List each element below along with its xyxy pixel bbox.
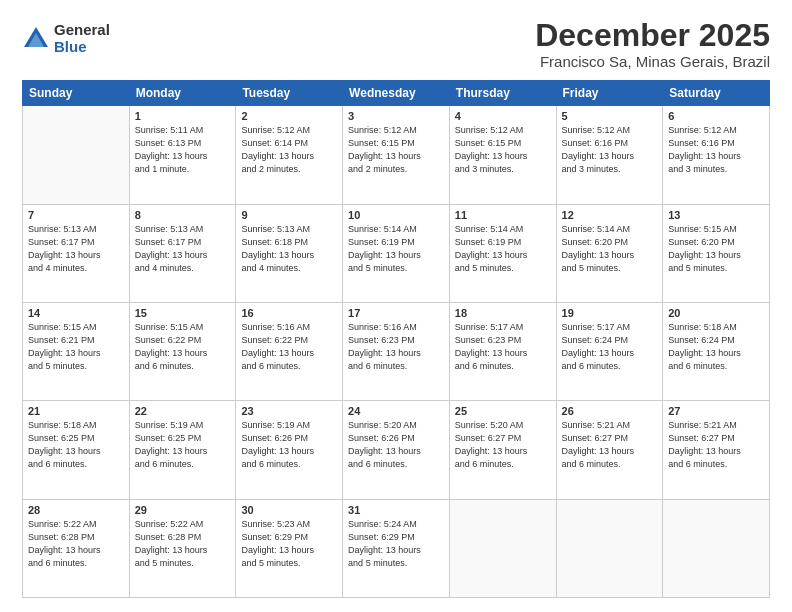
table-row: 2Sunrise: 5:12 AM Sunset: 6:14 PM Daylig… (236, 106, 343, 204)
day-number: 26 (562, 405, 658, 417)
table-row: 6Sunrise: 5:12 AM Sunset: 6:16 PM Daylig… (663, 106, 770, 204)
day-info: Sunrise: 5:11 AM Sunset: 6:13 PM Dayligh… (135, 124, 231, 176)
col-saturday: Saturday (663, 81, 770, 106)
day-info: Sunrise: 5:22 AM Sunset: 6:28 PM Dayligh… (135, 518, 231, 570)
col-monday: Monday (129, 81, 236, 106)
day-info: Sunrise: 5:16 AM Sunset: 6:22 PM Dayligh… (241, 321, 337, 373)
calendar-body: 1Sunrise: 5:11 AM Sunset: 6:13 PM Daylig… (23, 106, 770, 598)
day-info: Sunrise: 5:24 AM Sunset: 6:29 PM Dayligh… (348, 518, 444, 570)
table-row: 17Sunrise: 5:16 AM Sunset: 6:23 PM Dayli… (343, 302, 450, 400)
day-number: 10 (348, 209, 444, 221)
table-row: 23Sunrise: 5:19 AM Sunset: 6:26 PM Dayli… (236, 401, 343, 499)
col-wednesday: Wednesday (343, 81, 450, 106)
day-info: Sunrise: 5:13 AM Sunset: 6:17 PM Dayligh… (135, 223, 231, 275)
table-row: 26Sunrise: 5:21 AM Sunset: 6:27 PM Dayli… (556, 401, 663, 499)
calendar-header: Sunday Monday Tuesday Wednesday Thursday… (23, 81, 770, 106)
calendar-table: Sunday Monday Tuesday Wednesday Thursday… (22, 80, 770, 598)
table-row: 31Sunrise: 5:24 AM Sunset: 6:29 PM Dayli… (343, 499, 450, 597)
day-number: 30 (241, 504, 337, 516)
day-number: 5 (562, 110, 658, 122)
day-number: 17 (348, 307, 444, 319)
day-number: 27 (668, 405, 764, 417)
table-row: 25Sunrise: 5:20 AM Sunset: 6:27 PM Dayli… (449, 401, 556, 499)
day-number: 20 (668, 307, 764, 319)
day-number: 15 (135, 307, 231, 319)
day-info: Sunrise: 5:12 AM Sunset: 6:15 PM Dayligh… (455, 124, 551, 176)
day-info: Sunrise: 5:16 AM Sunset: 6:23 PM Dayligh… (348, 321, 444, 373)
col-friday: Friday (556, 81, 663, 106)
day-info: Sunrise: 5:12 AM Sunset: 6:16 PM Dayligh… (562, 124, 658, 176)
logo: General Blue (22, 22, 110, 55)
day-info: Sunrise: 5:21 AM Sunset: 6:27 PM Dayligh… (562, 419, 658, 471)
day-info: Sunrise: 5:14 AM Sunset: 6:20 PM Dayligh… (562, 223, 658, 275)
day-number: 13 (668, 209, 764, 221)
table-row: 1Sunrise: 5:11 AM Sunset: 6:13 PM Daylig… (129, 106, 236, 204)
day-number: 11 (455, 209, 551, 221)
day-number: 18 (455, 307, 551, 319)
logo-general: General (54, 22, 110, 39)
table-row: 28Sunrise: 5:22 AM Sunset: 6:28 PM Dayli… (23, 499, 130, 597)
day-number: 19 (562, 307, 658, 319)
table-row: 10Sunrise: 5:14 AM Sunset: 6:19 PM Dayli… (343, 204, 450, 302)
day-info: Sunrise: 5:17 AM Sunset: 6:24 PM Dayligh… (562, 321, 658, 373)
day-number: 23 (241, 405, 337, 417)
table-row: 12Sunrise: 5:14 AM Sunset: 6:20 PM Dayli… (556, 204, 663, 302)
day-info: Sunrise: 5:15 AM Sunset: 6:21 PM Dayligh… (28, 321, 124, 373)
day-info: Sunrise: 5:19 AM Sunset: 6:26 PM Dayligh… (241, 419, 337, 471)
table-row: 11Sunrise: 5:14 AM Sunset: 6:19 PM Dayli… (449, 204, 556, 302)
day-info: Sunrise: 5:15 AM Sunset: 6:20 PM Dayligh… (668, 223, 764, 275)
location: Francisco Sa, Minas Gerais, Brazil (535, 53, 770, 70)
day-number: 1 (135, 110, 231, 122)
table-row: 13Sunrise: 5:15 AM Sunset: 6:20 PM Dayli… (663, 204, 770, 302)
table-row: 22Sunrise: 5:19 AM Sunset: 6:25 PM Dayli… (129, 401, 236, 499)
day-number: 9 (241, 209, 337, 221)
day-number: 4 (455, 110, 551, 122)
day-number: 12 (562, 209, 658, 221)
day-info: Sunrise: 5:21 AM Sunset: 6:27 PM Dayligh… (668, 419, 764, 471)
table-row: 15Sunrise: 5:15 AM Sunset: 6:22 PM Dayli… (129, 302, 236, 400)
day-info: Sunrise: 5:20 AM Sunset: 6:26 PM Dayligh… (348, 419, 444, 471)
day-info: Sunrise: 5:15 AM Sunset: 6:22 PM Dayligh… (135, 321, 231, 373)
table-row: 8Sunrise: 5:13 AM Sunset: 6:17 PM Daylig… (129, 204, 236, 302)
day-number: 22 (135, 405, 231, 417)
day-info: Sunrise: 5:22 AM Sunset: 6:28 PM Dayligh… (28, 518, 124, 570)
table-row: 24Sunrise: 5:20 AM Sunset: 6:26 PM Dayli… (343, 401, 450, 499)
day-info: Sunrise: 5:12 AM Sunset: 6:16 PM Dayligh… (668, 124, 764, 176)
table-row: 20Sunrise: 5:18 AM Sunset: 6:24 PM Dayli… (663, 302, 770, 400)
day-number: 28 (28, 504, 124, 516)
day-info: Sunrise: 5:14 AM Sunset: 6:19 PM Dayligh… (348, 223, 444, 275)
day-info: Sunrise: 5:19 AM Sunset: 6:25 PM Dayligh… (135, 419, 231, 471)
day-number: 2 (241, 110, 337, 122)
day-number: 16 (241, 307, 337, 319)
day-info: Sunrise: 5:12 AM Sunset: 6:15 PM Dayligh… (348, 124, 444, 176)
day-info: Sunrise: 5:18 AM Sunset: 6:25 PM Dayligh… (28, 419, 124, 471)
table-row: 29Sunrise: 5:22 AM Sunset: 6:28 PM Dayli… (129, 499, 236, 597)
day-number: 7 (28, 209, 124, 221)
title-block: December 2025 Francisco Sa, Minas Gerais… (535, 18, 770, 70)
day-info: Sunrise: 5:18 AM Sunset: 6:24 PM Dayligh… (668, 321, 764, 373)
col-sunday: Sunday (23, 81, 130, 106)
table-row (449, 499, 556, 597)
day-number: 29 (135, 504, 231, 516)
day-info: Sunrise: 5:13 AM Sunset: 6:18 PM Dayligh… (241, 223, 337, 275)
table-row: 27Sunrise: 5:21 AM Sunset: 6:27 PM Dayli… (663, 401, 770, 499)
table-row: 19Sunrise: 5:17 AM Sunset: 6:24 PM Dayli… (556, 302, 663, 400)
table-row: 21Sunrise: 5:18 AM Sunset: 6:25 PM Dayli… (23, 401, 130, 499)
col-thursday: Thursday (449, 81, 556, 106)
header-row: Sunday Monday Tuesday Wednesday Thursday… (23, 81, 770, 106)
day-info: Sunrise: 5:13 AM Sunset: 6:17 PM Dayligh… (28, 223, 124, 275)
table-row: 5Sunrise: 5:12 AM Sunset: 6:16 PM Daylig… (556, 106, 663, 204)
table-row (556, 499, 663, 597)
table-row: 7Sunrise: 5:13 AM Sunset: 6:17 PM Daylig… (23, 204, 130, 302)
day-number: 3 (348, 110, 444, 122)
table-row (663, 499, 770, 597)
col-tuesday: Tuesday (236, 81, 343, 106)
table-row: 16Sunrise: 5:16 AM Sunset: 6:22 PM Dayli… (236, 302, 343, 400)
day-number: 21 (28, 405, 124, 417)
day-number: 25 (455, 405, 551, 417)
logo-blue: Blue (54, 39, 110, 56)
table-row: 30Sunrise: 5:23 AM Sunset: 6:29 PM Dayli… (236, 499, 343, 597)
table-row: 14Sunrise: 5:15 AM Sunset: 6:21 PM Dayli… (23, 302, 130, 400)
day-info: Sunrise: 5:20 AM Sunset: 6:27 PM Dayligh… (455, 419, 551, 471)
logo-icon (22, 25, 50, 53)
